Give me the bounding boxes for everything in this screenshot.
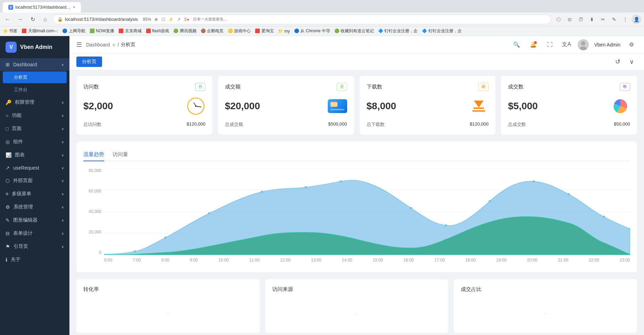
bottom-card-deals-ratio: 成交占比 ... [454,279,637,333]
stat-card-transactions: 成交额 月 $20,000 总成交额 $500,000 [218,76,354,135]
bookmark-jd[interactable]: 🟥 京东商城 [118,28,141,34]
sidebar-item-multilevel[interactable]: ≡ 多级菜单 ∨ [0,187,69,200]
tab-title: localhost:5173/#/dashboard/analysis [15,5,71,10]
chevron-down-icon-5: ∨ [61,153,64,157]
devtools-button[interactable]: ✂ [598,15,608,24]
chart-tab-visits[interactable]: 访问量 [112,148,128,161]
clock-icon [187,97,204,115]
browser-tab-bar: V localhost:5173/#/dashboard/analysis × [0,0,644,12]
sidebar-item-external[interactable]: ⬡ 外部页面 ∨ [0,174,69,187]
sidebar-item-formdesign[interactable]: ⊟ 表单设计 ∨ [0,227,69,240]
bookmark-dingtalk1[interactable]: 🔷 钉钉企业注册，企 [378,28,418,34]
credit-card-icon [328,99,347,113]
sidebar-item-pages[interactable]: □ 页面 ∨ [0,122,69,135]
download-button[interactable]: ⬇ [587,15,597,24]
forward-button[interactable]: → [15,15,25,24]
sidebar-logo: V [6,42,17,53]
browser-tab[interactable]: V localhost:5173/#/dashboard/analysis × [3,2,81,12]
sub-header: 分析页 ↺ ∨ [69,53,644,70]
back-button[interactable]: ← [3,15,12,24]
sidebar-item-components[interactable]: ◎ 组件 ∨ [0,135,69,148]
deals-ratio-placeholder: ... [461,298,630,326]
stat-footer-value-downloads: $120,000 [470,121,488,128]
bookmark-tmall[interactable]: 🟥 天猫tmall.com--: [22,28,58,34]
translate-button[interactable]: ⊙ [565,15,575,24]
breadcrumb-root[interactable]: Dashboard [86,42,110,48]
pdf-button[interactable]: ⬡ [554,15,563,24]
sidebar-item-analysis[interactable]: 分析页 [3,71,67,83]
bookmark-chrome[interactable]: 🔵 从 Chrome 中导 [294,28,330,34]
analysis-tab-button[interactable]: 分析页 [76,57,102,67]
sidebar-group-pages: □ 页面 ∨ [0,122,69,135]
sidebar: V Vben Admin ⊞ Dashboard ∧ 分析页 工作台 🔑 [0,36,69,335]
bookmark-now[interactable]: 🟩 NOW直播 [90,28,115,34]
sidebar-item-permissions[interactable]: 🔑 权限管理 ∨ [0,96,69,109]
reload-icon[interactable]: ↺ [612,56,623,67]
sidebar-item-dashboard[interactable]: ⊞ Dashboard ∧ [0,58,69,71]
chevron-down-icon: ∨ [61,101,64,104]
stat-icon-deals [611,96,630,116]
search-button[interactable]: 🔍 [511,39,522,50]
download-line-shape [474,108,484,109]
area-chart-svg [104,168,630,255]
x-label-11: 11:00 [249,258,260,263]
chevron-down-icon-9: ∨ [61,205,64,209]
expand-icon[interactable]: ∨ [626,56,637,67]
bookmark-games[interactable]: 🟡 游戏中心 [228,28,251,34]
edit-button[interactable]: ✎ [609,15,619,24]
sidebar-group-about: ℹ 关于 [0,253,69,266]
bookmark-esports[interactable]: 🟤 企鹅电竞 [201,28,224,34]
x-label-16: 16:00 [403,258,414,263]
language-button[interactable]: 文A [561,39,572,50]
breadcrumb-sep2: / [118,42,119,48]
stat-value-visits: $2,000 [83,101,113,112]
top-header: ☰ Dashboard ∨ / 分析页 🔍 🔔 ⛶ 文A [69,36,644,53]
bookmark-flash[interactable]: 🟥 flash游戏 [146,28,169,34]
data-point [304,186,307,188]
address-bar[interactable]: 🔒 localhost:5173/#/dashboard/analysis 95… [53,15,551,24]
charts-icon: 📊 [6,152,11,158]
stat-icon-transactions [328,96,347,116]
x-label-22: 22:00 [589,258,599,263]
stat-icon-downloads [469,96,488,116]
chevron-down-icon-12: ∨ [61,245,64,249]
bookmark-my[interactable]: 📁 my [278,29,290,34]
notification-button[interactable]: 🔔 [528,39,539,50]
refresh-button[interactable]: ↻ [28,15,37,24]
x-label-9: 9:00 [190,258,198,263]
chart-tab-traffic[interactable]: 流量趋势 [83,148,104,161]
y-label-40k: 40,000 [83,209,104,214]
sidebar-group-grapheditor: ✎ 图形编辑器 ∨ [0,214,69,227]
chart-container: 80,000 60,000 40,000 20,000 0 [83,168,630,265]
sidebar-item-permissions-label: 权限管理 [15,99,34,105]
profile-button[interactable]: 👤 [632,15,641,24]
menu-toggle-icon[interactable]: ☰ [76,41,82,49]
stat-footer-value-transactions: $500,000 [328,121,347,128]
bookmark-nav[interactable]: 🔵 上网导航 [62,28,85,34]
bookmark-tencent[interactable]: 🟢 腾讯视频 [173,28,196,34]
chevron-up-icon: ∧ [61,63,64,67]
grapheditor-icon: ✎ [6,217,10,223]
chart-y-axis: 80,000 60,000 40,000 20,000 0 [83,168,104,255]
fullscreen-button[interactable]: ⛶ [544,39,555,50]
menu-button[interactable]: ⋮ [620,15,630,24]
sidebar-item-charts[interactable]: 📊 图表 ∨ [0,148,69,162]
pages-icon: □ [6,126,8,131]
bookmark-taobao[interactable]: 🟥 爱淘宝 [255,28,274,34]
sidebar-item-grapheditor[interactable]: ✎ 图形编辑器 ∨ [0,214,69,227]
tab-close-button[interactable]: × [73,5,75,10]
y-label-20k: 20,000 [83,230,104,234]
bookmark-youdao[interactable]: 🟢 收藏到有道云笔记 [334,28,374,34]
sidebar-item-about[interactable]: ℹ 关于 [0,253,69,266]
sidebar-item-system[interactable]: ⚙ 系统管理 ∨ [0,200,69,214]
home-button[interactable]: ⌂ [40,15,50,24]
sidebar-item-guide[interactable]: ⚑ 引导页 ∨ [0,240,69,253]
history-button[interactable]: ⏱ [576,15,586,24]
bookmark-star[interactable]: ⭐ 书签 [3,28,17,34]
sidebar-item-features[interactable]: ○ 功能 ∨ [0,109,69,122]
settings-button[interactable]: ⚙ [626,39,637,50]
sidebar-item-workbench[interactable]: 工作台 [0,84,69,96]
sidebar-group-multilevel: ≡ 多级菜单 ∨ [0,187,69,200]
sidebar-item-userequest[interactable]: ↗ useRequest ∨ [0,162,69,174]
bookmark-dingtalk2[interactable]: 🔷 钉钉企业注册，企 [422,28,461,34]
